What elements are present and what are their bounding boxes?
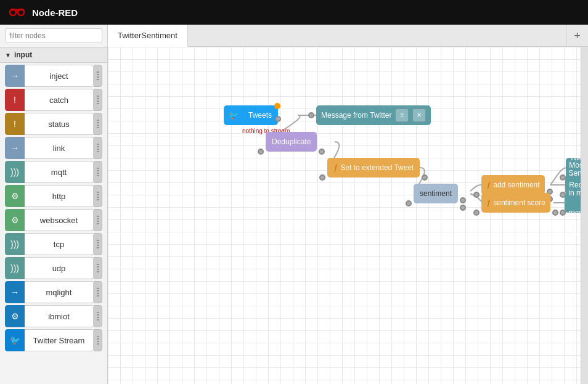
port-out — [319, 149, 325, 155]
port-in — [560, 210, 566, 216]
sidebar-node-catch[interactable]: ! catch — [5, 89, 102, 111]
node-handle-tcp — [94, 233, 102, 255]
node-icon-http: ⚙ — [5, 185, 25, 207]
node-handle-udp — [94, 257, 102, 279]
node-handle-twitterstream — [94, 329, 102, 351]
function-icon2: ƒ — [486, 175, 491, 195]
node-label-inject: inject — [25, 65, 94, 87]
chevron-icon: ▼ — [5, 52, 11, 59]
function-icon: ƒ — [333, 158, 338, 178]
node-label-status: status — [25, 113, 94, 135]
header: Node-RED — [0, 0, 588, 25]
close-button[interactable]: ✕ — [412, 108, 426, 122]
node-add-sentiment[interactable]: ƒ add sentiment — [476, 175, 550, 195]
connections-svg — [108, 47, 588, 384]
node-icon-tcp: ))) — [5, 233, 25, 255]
node-handle-ibmiot — [94, 305, 102, 327]
port-out — [422, 174, 428, 181]
node-handle-inject — [94, 65, 102, 87]
port-in — [308, 112, 314, 118]
port-out — [275, 116, 281, 122]
app-logo: Node-RED — [7, 5, 78, 20]
node-icon-udp: ))) — [5, 257, 25, 279]
node-tweets[interactable]: 🐦 Tweets — [224, 105, 281, 125]
sidebar-node-tcp[interactable]: ))) tcp — [5, 233, 102, 255]
port-out-bottom — [460, 205, 466, 211]
node-label-mqtt: mqtt — [25, 161, 94, 183]
node-label-mqlight: mqlight — [25, 281, 94, 303]
node-label-catch: catch — [25, 89, 94, 111]
node-sentiment-score[interactable]: ƒ sentiment score — [476, 193, 555, 213]
main-layout: ▼ input → inject ! catch ! status → link… — [0, 25, 588, 384]
node-label-ibmiot: ibmiot — [25, 305, 94, 327]
deduplicate-label: Deduplicate — [272, 137, 311, 146]
node-handle-http — [94, 185, 102, 207]
sidebar-node-inject[interactable]: → inject — [5, 65, 102, 87]
node-message-from-twitter[interactable]: Message from Twitter ≡ ✕ — [311, 105, 431, 125]
category-input[interactable]: ▼ input — [0, 47, 107, 63]
port-out — [552, 210, 558, 216]
node-icon-link: → — [5, 137, 25, 159]
node-icon-twitterstream: 🐦 — [5, 329, 25, 351]
function-icon3: ƒ — [486, 193, 491, 213]
sidebar-node-udp[interactable]: ))) udp — [5, 257, 102, 279]
node-set-extended-tweet[interactable]: ƒ Set to extended Tweet — [322, 158, 425, 178]
add-tab-button[interactable]: + — [566, 25, 588, 47]
logo-icon — [7, 5, 27, 20]
node-deduplicate[interactable]: Deduplicate — [261, 132, 322, 152]
nodes-container: → inject ! catch ! status → link ))) mqt… — [0, 65, 107, 351]
nodes-list: ▼ input → inject ! catch ! status → link… — [0, 47, 107, 384]
port-in — [406, 200, 412, 206]
sidebar-node-twitterstream[interactable]: 🐦 Twitter Stream — [5, 329, 102, 351]
sidebar-node-websocket[interactable]: ⚙ websocket — [5, 209, 102, 231]
canvas-area[interactable]: 🐦 Tweets nothing to stream Message from … — [108, 47, 588, 384]
node-icon-inject: → — [5, 65, 25, 87]
node-icon-status: ! — [5, 113, 25, 135]
menu-button[interactable]: ≡ — [395, 108, 409, 122]
node-label-http: http — [25, 185, 94, 207]
node-handle-link — [94, 137, 102, 159]
node-icon-catch: ! — [5, 89, 25, 111]
sentiment-score-label: sentiment score — [493, 193, 545, 213]
set-extended-label: Set to extended Tweet — [340, 158, 414, 178]
node-handle-status — [94, 113, 102, 135]
port-out-top — [460, 197, 466, 203]
workspace: TwitterSentiment + — [108, 25, 588, 384]
node-label-tcp: tcp — [25, 233, 94, 255]
sidebar-node-ibmiot[interactable]: ⚙ ibmiot — [5, 305, 102, 327]
node-handle-mqlight — [94, 281, 102, 303]
node-icon-mqlight: → — [5, 281, 25, 303]
twitter-icon: 🐦 — [228, 110, 239, 120]
sidebar-node-mqtt[interactable]: ))) mqtt — [5, 161, 102, 183]
filter-box — [0, 25, 107, 47]
message-from-twitter-label: Message from Twitter — [321, 105, 391, 125]
sidebar-node-status[interactable]: ! status — [5, 113, 102, 135]
node-handle-mqtt — [94, 161, 102, 183]
tab-twitter-sentiment[interactable]: TwitterSentiment — [108, 25, 188, 47]
node-sentiment[interactable]: sentiment — [409, 184, 463, 203]
sidebar: ▼ input → inject ! catch ! status → link… — [0, 25, 108, 384]
node-label-twitterstream: Twitter Stream — [25, 329, 94, 351]
port-in — [473, 210, 480, 216]
node-label-udp: udp — [25, 257, 94, 279]
port-in — [319, 174, 325, 181]
filter-nodes-input[interactable] — [5, 28, 102, 43]
node-handle-catch — [94, 89, 102, 111]
warning-dot — [274, 103, 280, 109]
app-title: Node-RED — [32, 7, 78, 18]
node-icon-websocket: ⚙ — [5, 209, 25, 231]
node-icon-mqtt: ))) — [5, 161, 25, 183]
tweets-label: Tweets — [248, 111, 272, 120]
sidebar-node-link[interactable]: → link — [5, 137, 102, 159]
sidebar-node-mqlight[interactable]: → mqlight — [5, 281, 102, 303]
node-icon-ibmiot: ⚙ — [5, 305, 25, 327]
node-label-websocket: websocket — [25, 209, 94, 231]
sidebar-node-http[interactable]: ⚙ http — [5, 185, 102, 207]
sentiment-label: sentiment — [420, 189, 452, 198]
port-in — [258, 149, 264, 155]
category-label: input — [14, 51, 32, 59]
node-handle-websocket — [94, 209, 102, 231]
add-sentiment-label: add sentiment — [493, 175, 539, 195]
scrollbar-right[interactable] — [581, 47, 588, 384]
tabs-bar: TwitterSentiment + — [108, 25, 588, 47]
